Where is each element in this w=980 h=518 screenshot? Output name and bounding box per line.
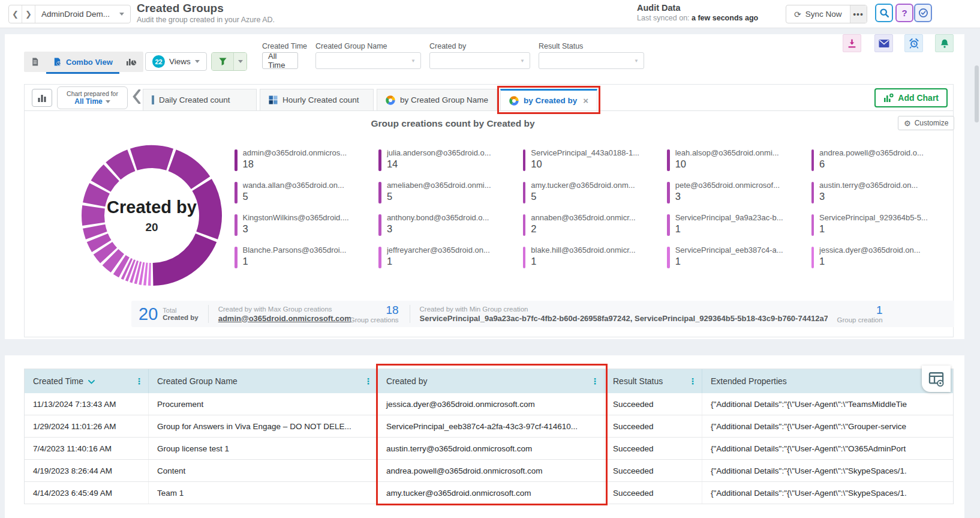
max-creations-user-link[interactable]: admin@o365droid.onmicrosoft.com	[218, 314, 341, 323]
legend-item[interactable]: blake.hill@o365droid.onmicr...1	[523, 245, 661, 278]
table-row[interactable]: 1/29/2024 11:01:26 AMGroup for Answers i…	[25, 415, 953, 438]
chevron-left-icon: ❮	[12, 10, 19, 19]
filter-button[interactable]	[212, 53, 233, 70]
chart-tab-hourly-created-count[interactable]: Hourly Created count	[260, 89, 374, 111]
donut-center-value: 20	[145, 221, 158, 233]
min-creations-label: Created by with Min Group creation	[420, 306, 829, 313]
table-row[interactable]: 7/4/2023 11:40:16 AMGroup license test 1…	[25, 438, 953, 460]
legend-item[interactable]: jessica.dyer@o365droid.on...1	[811, 245, 949, 278]
legend-item[interactable]: austin.terry@o365droid.on...3	[811, 181, 949, 213]
legend-item[interactable]: jeffreyarcher@o365droid.on...1	[378, 245, 516, 278]
filter-select-created-by[interactable]: ▼	[429, 52, 530, 69]
chart-view-tab[interactable]	[119, 52, 143, 72]
help-button[interactable]: ?	[895, 4, 913, 22]
total-sublabel: Created by	[163, 314, 198, 321]
cell-result-status: Succeeded	[605, 438, 702, 459]
legend-item[interactable]: Blanche.Parsons@o365droi...1	[235, 245, 372, 278]
legend-item-value: 1	[819, 256, 921, 267]
export-button[interactable]	[843, 34, 861, 52]
nav-back-button[interactable]: ❮	[9, 5, 22, 23]
legend-item[interactable]: ServicePrincipal_929364b5-5...1	[811, 213, 949, 245]
legend-item[interactable]: pete@o365droid.onmicrosof...3	[667, 181, 805, 213]
vertical-scrollbar[interactable]	[975, 65, 979, 122]
sort-caret-icon[interactable]	[88, 380, 95, 384]
column-header-created-time[interactable]: Created Time⋮	[25, 369, 149, 393]
notification-button[interactable]	[935, 34, 954, 52]
cell-extended-properties: {"Additional Details":"{\"User-Agent\":\…	[702, 415, 953, 437]
close-tab-icon[interactable]: ×	[583, 95, 588, 106]
filter-value-created-time[interactable]: All Time	[262, 52, 298, 69]
legend-item[interactable]: julia.anderson@o365droid.o...14	[378, 148, 516, 181]
donut-center-label: Created by	[107, 197, 197, 217]
chart-tab-by-created-by[interactable]: by Created by×	[500, 89, 597, 111]
column-menu-icon[interactable]: ⋮	[364, 376, 372, 386]
table-row[interactable]: 4/14/2023 6:45:49 AMTeam 1amy.tucker@o36…	[25, 482, 953, 504]
filter-created-group-name: Created Group Name▼	[315, 42, 421, 69]
chevron-down-icon	[119, 13, 124, 16]
donut-slice[interactable]	[82, 205, 105, 226]
filter-select-created-group-name[interactable]: ▼	[315, 52, 421, 69]
heatmap-icon	[269, 95, 278, 104]
scheduler-button[interactable]	[914, 4, 932, 22]
workspace-selector[interactable]: AdminDroid Dem...	[35, 5, 130, 23]
legend-item[interactable]: amy.tucker@o365droid.onm...5	[523, 181, 661, 213]
legend-item[interactable]: KingstonWilkins@o365droid....3	[235, 213, 372, 245]
legend-item[interactable]: ServicePrincipal_eeb387c4-a...1	[667, 245, 805, 278]
legend-item[interactable]: ServicePrincipal_443a0188-1...10	[523, 148, 661, 181]
legend-item[interactable]: anthony.bond@o365droid.o...3	[378, 213, 516, 245]
add-chart-button[interactable]: Add Chart	[874, 88, 948, 107]
customize-button[interactable]: ⚙ Customize	[898, 116, 954, 130]
filter-bar: Created TimeAll TimeCreated Group Name▼C…	[262, 42, 644, 69]
table-row[interactable]: 11/13/2024 7:13:43 AMProcurementjessica.…	[25, 393, 953, 415]
min-creations-value: 1	[876, 304, 883, 317]
grid-view-tab[interactable]	[24, 52, 46, 72]
donut-slice[interactable]	[153, 233, 217, 286]
legend-item[interactable]: wanda.allan@o365droid.on...5	[235, 181, 372, 213]
filter-dropdown-button[interactable]	[233, 53, 246, 70]
chart-summary-bar: 20 Total Created by Created by with Max …	[131, 301, 954, 327]
donut-chart-icon	[509, 96, 519, 106]
app-root: ❮ ❯ AdminDroid Dem... Created Groups Aud…	[0, 0, 980, 518]
max-creations-value: 18	[386, 304, 398, 317]
legend-item[interactable]: leah.alsop@o365droid.onmi...10	[667, 148, 805, 181]
filter-label: Created Group Name	[315, 42, 421, 50]
chart-period-selector[interactable]: Chart prepared for All Time	[57, 86, 128, 109]
chart-type-toggle-button[interactable]	[32, 89, 52, 107]
table-row[interactable]: 4/19/2023 8:26:44 AMContentandrea.powell…	[25, 460, 953, 482]
email-report-button[interactable]	[874, 34, 893, 52]
legend-item-value: 1	[675, 256, 783, 267]
schedule-alert-button[interactable]	[904, 34, 923, 52]
column-header-label: Result Status	[613, 376, 685, 386]
filter-label: Created by	[429, 42, 530, 50]
legend-color-marker	[523, 149, 526, 171]
legend-item[interactable]: ameliaben@o365droid.onmi...5	[378, 181, 516, 213]
tabs-scroll-left-button[interactable]	[133, 89, 141, 106]
legend-item[interactable]: andrea.powell@o365droid.o...6	[811, 148, 949, 181]
total-creators-value: 20	[139, 306, 158, 323]
nav-forward-button[interactable]: ❯	[22, 5, 35, 23]
legend-color-marker	[667, 214, 670, 236]
column-settings-button[interactable]	[922, 366, 951, 392]
search-icon	[879, 8, 889, 18]
combo-view-label: Combo View	[66, 58, 113, 67]
sync-more-button[interactable]: •••	[850, 5, 867, 23]
legend-item[interactable]: admin@o365droid.onmicros...18	[235, 148, 372, 181]
donut-slice[interactable]	[148, 263, 151, 286]
column-menu-icon[interactable]: ⋮	[591, 376, 599, 386]
search-button[interactable]	[875, 4, 893, 22]
column-menu-icon[interactable]: ⋮	[135, 376, 143, 386]
donut-slice[interactable]	[130, 145, 173, 170]
cell-created-group-name: Team 1	[149, 482, 378, 504]
column-menu-icon[interactable]: ⋮	[689, 376, 697, 386]
chart-tab-daily-created-count[interactable]: Daily Created count	[143, 89, 257, 111]
chart-tab-by-created-group-name[interactable]: by Created Group Name	[377, 89, 497, 111]
filter-select-result-status[interactable]: ▼	[539, 52, 644, 69]
views-dropdown-button[interactable]: 22 Views	[145, 52, 207, 71]
donut-chart: Created by20	[79, 142, 225, 291]
legend-item[interactable]: ServicePrincipal_9a9a23ac-b...1	[667, 213, 805, 245]
legend-item[interactable]: annaben@o365droid.onmicr...2	[523, 213, 661, 245]
donut-slice[interactable]	[168, 149, 210, 189]
sync-now-button[interactable]: ⟳ Sync Now	[786, 5, 850, 23]
cell-extended-properties: {"Additional Details":"{\"User-Agent\":\…	[702, 438, 953, 459]
combo-view-tab[interactable]: Combo View	[46, 52, 119, 72]
